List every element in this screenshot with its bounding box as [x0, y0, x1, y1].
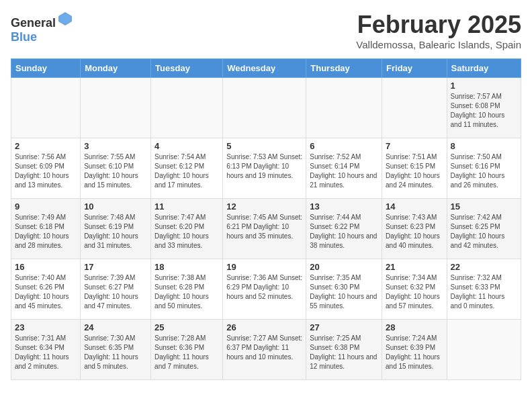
day-info: Sunrise: 7:32 AM Sunset: 6:33 PM Dayligh… — [451, 273, 517, 311]
day-info: Sunrise: 7:24 AM Sunset: 6:39 PM Dayligh… — [386, 334, 443, 371]
day-number: 9 — [15, 201, 77, 212]
day-info: Sunrise: 7:40 AM Sunset: 6:26 PM Dayligh… — [15, 273, 77, 311]
calendar-cell: 6Sunrise: 7:52 AM Sunset: 6:14 PM Daylig… — [306, 138, 382, 199]
day-number: 17 — [84, 262, 147, 272]
calendar-cell — [306, 78, 382, 138]
day-info: Sunrise: 7:56 AM Sunset: 6:09 PM Dayligh… — [15, 152, 77, 190]
calendar-cell: 24Sunrise: 7:30 AM Sunset: 6:35 PM Dayli… — [81, 320, 151, 380]
calendar-cell — [447, 320, 521, 380]
day-info: Sunrise: 7:39 AM Sunset: 6:27 PM Dayligh… — [84, 273, 147, 311]
day-number: 16 — [15, 262, 77, 272]
day-number: 23 — [15, 322, 77, 332]
calendar-cell — [151, 78, 223, 138]
weekday-header-friday: Friday — [382, 59, 447, 78]
month-year-title: February 2025 — [356, 11, 521, 39]
day-number: 20 — [310, 262, 378, 272]
weekday-header-tuesday: Tuesday — [151, 59, 223, 78]
calendar-cell: 28Sunrise: 7:24 AM Sunset: 6:39 PM Dayli… — [382, 320, 447, 380]
day-info: Sunrise: 7:28 AM Sunset: 6:36 PM Dayligh… — [154, 334, 219, 371]
day-number: 26 — [226, 322, 302, 332]
calendar-cell: 19Sunrise: 7:36 AM Sunset: 6:29 PM Dayli… — [223, 259, 306, 320]
day-info: Sunrise: 7:48 AM Sunset: 6:19 PM Dayligh… — [84, 213, 147, 250]
calendar-week-row: 1Sunrise: 7:57 AM Sunset: 6:08 PM Daylig… — [11, 78, 521, 138]
calendar-cell: 27Sunrise: 7:25 AM Sunset: 6:38 PM Dayli… — [306, 320, 382, 380]
day-info: Sunrise: 7:52 AM Sunset: 6:14 PM Dayligh… — [310, 152, 378, 190]
calendar-cell: 17Sunrise: 7:39 AM Sunset: 6:27 PM Dayli… — [81, 259, 151, 320]
day-info: Sunrise: 7:34 AM Sunset: 6:32 PM Dayligh… — [386, 273, 443, 311]
calendar-cell: 9Sunrise: 7:49 AM Sunset: 6:18 PM Daylig… — [11, 199, 81, 259]
weekday-header-saturday: Saturday — [447, 59, 521, 78]
day-number: 1 — [451, 81, 517, 91]
calendar-cell: 11Sunrise: 7:47 AM Sunset: 6:20 PM Dayli… — [151, 199, 223, 259]
day-number: 14 — [386, 201, 443, 212]
calendar-cell: 22Sunrise: 7:32 AM Sunset: 6:33 PM Dayli… — [447, 259, 521, 320]
calendar-cell: 12Sunrise: 7:45 AM Sunset: 6:21 PM Dayli… — [223, 199, 306, 259]
day-info: Sunrise: 7:50 AM Sunset: 6:16 PM Dayligh… — [451, 152, 517, 190]
day-info: Sunrise: 7:43 AM Sunset: 6:23 PM Dayligh… — [386, 213, 443, 250]
day-number: 28 — [386, 322, 443, 332]
day-number: 11 — [154, 201, 219, 212]
day-info: Sunrise: 7:30 AM Sunset: 6:35 PM Dayligh… — [84, 334, 147, 371]
day-number: 19 — [226, 262, 302, 272]
day-info: Sunrise: 7:44 AM Sunset: 6:22 PM Dayligh… — [310, 213, 378, 250]
calendar-cell — [11, 78, 81, 138]
day-number: 25 — [154, 322, 219, 332]
logo-blue: Blue — [11, 30, 37, 44]
calendar-cell — [382, 78, 447, 138]
calendar-cell — [81, 78, 151, 138]
day-info: Sunrise: 7:51 AM Sunset: 6:15 PM Dayligh… — [386, 152, 443, 190]
day-info: Sunrise: 7:57 AM Sunset: 6:08 PM Dayligh… — [451, 92, 517, 130]
day-number: 6 — [310, 141, 378, 151]
day-info: Sunrise: 7:31 AM Sunset: 6:34 PM Dayligh… — [15, 334, 77, 371]
calendar-cell: 4Sunrise: 7:54 AM Sunset: 6:12 PM Daylig… — [151, 138, 223, 199]
day-info: Sunrise: 7:55 AM Sunset: 6:10 PM Dayligh… — [84, 152, 147, 190]
calendar-cell: 5Sunrise: 7:53 AM Sunset: 6:13 PM Daylig… — [223, 138, 306, 199]
day-number: 7 — [386, 141, 443, 151]
day-info: Sunrise: 7:53 AM Sunset: 6:13 PM Dayligh… — [226, 152, 302, 181]
logo: General Blue — [11, 11, 73, 44]
day-number: 13 — [310, 201, 378, 212]
calendar-cell: 2Sunrise: 7:56 AM Sunset: 6:09 PM Daylig… — [11, 138, 81, 199]
day-info: Sunrise: 7:54 AM Sunset: 6:12 PM Dayligh… — [154, 152, 219, 190]
weekday-header-monday: Monday — [81, 59, 151, 78]
day-info: Sunrise: 7:38 AM Sunset: 6:28 PM Dayligh… — [154, 273, 219, 311]
day-number: 22 — [451, 262, 517, 272]
day-number: 18 — [154, 262, 219, 272]
day-info: Sunrise: 7:35 AM Sunset: 6:30 PM Dayligh… — [310, 273, 378, 311]
calendar-cell: 18Sunrise: 7:38 AM Sunset: 6:28 PM Dayli… — [151, 259, 223, 320]
calendar-week-row: 23Sunrise: 7:31 AM Sunset: 6:34 PM Dayli… — [11, 320, 521, 380]
weekday-header-sunday: Sunday — [11, 59, 81, 78]
calendar-cell: 3Sunrise: 7:55 AM Sunset: 6:10 PM Daylig… — [81, 138, 151, 199]
day-info: Sunrise: 7:45 AM Sunset: 6:21 PM Dayligh… — [226, 213, 302, 241]
day-number: 3 — [84, 141, 147, 151]
calendar-cell: 8Sunrise: 7:50 AM Sunset: 6:16 PM Daylig… — [447, 138, 521, 199]
calendar-week-row: 9Sunrise: 7:49 AM Sunset: 6:18 PM Daylig… — [11, 199, 521, 259]
calendar-week-row: 2Sunrise: 7:56 AM Sunset: 6:09 PM Daylig… — [11, 138, 521, 199]
weekday-header-thursday: Thursday — [306, 59, 382, 78]
day-number: 10 — [84, 201, 147, 212]
calendar-cell: 20Sunrise: 7:35 AM Sunset: 6:30 PM Dayli… — [306, 259, 382, 320]
weekday-header-row: SundayMondayTuesdayWednesdayThursdayFrid… — [11, 59, 521, 78]
location-subtitle: Valldemossa, Balearic Islands, Spain — [356, 39, 521, 50]
logo-general: General — [11, 16, 56, 30]
calendar-cell: 25Sunrise: 7:28 AM Sunset: 6:36 PM Dayli… — [151, 320, 223, 380]
calendar-cell: 13Sunrise: 7:44 AM Sunset: 6:22 PM Dayli… — [306, 199, 382, 259]
day-info: Sunrise: 7:36 AM Sunset: 6:29 PM Dayligh… — [226, 273, 302, 302]
calendar-table: SundayMondayTuesdayWednesdayThursdayFrid… — [11, 58, 521, 380]
calendar-cell: 1Sunrise: 7:57 AM Sunset: 6:08 PM Daylig… — [447, 78, 521, 138]
calendar-cell: 16Sunrise: 7:40 AM Sunset: 6:26 PM Dayli… — [11, 259, 81, 320]
day-number: 21 — [386, 262, 443, 272]
day-info: Sunrise: 7:27 AM Sunset: 6:37 PM Dayligh… — [226, 334, 302, 362]
calendar-cell: 10Sunrise: 7:48 AM Sunset: 6:19 PM Dayli… — [81, 199, 151, 259]
day-info: Sunrise: 7:47 AM Sunset: 6:20 PM Dayligh… — [154, 213, 219, 250]
calendar-cell: 15Sunrise: 7:42 AM Sunset: 6:25 PM Dayli… — [447, 199, 521, 259]
day-number: 8 — [451, 141, 517, 151]
day-number: 5 — [226, 141, 302, 151]
weekday-header-wednesday: Wednesday — [223, 59, 306, 78]
calendar-cell — [223, 78, 306, 138]
day-number: 24 — [84, 322, 147, 332]
day-number: 27 — [310, 322, 378, 332]
day-number: 2 — [15, 141, 77, 151]
calendar-cell: 14Sunrise: 7:43 AM Sunset: 6:23 PM Dayli… — [382, 199, 447, 259]
calendar-week-row: 16Sunrise: 7:40 AM Sunset: 6:26 PM Dayli… — [11, 259, 521, 320]
